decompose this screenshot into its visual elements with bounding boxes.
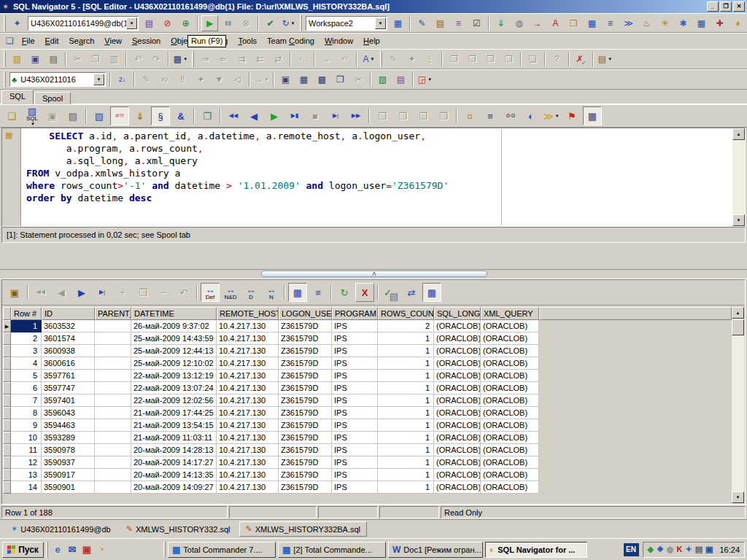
cell-datetime[interactable]: 22-май-2009 13:12:19 [131, 370, 217, 382]
cell-logon-user[interactable]: Z361579D [279, 444, 332, 456]
cell-parent-id[interactable] [95, 419, 131, 432]
uncomment-icon[interactable]: #? [336, 51, 353, 67]
cell-remote-host[interactable]: 10.4.217.130 [217, 320, 279, 332]
results-grid[interactable]: Row #IDPARENT_IDDATETIMEREMOTE_HOSTLOGON… [3, 307, 732, 503]
def-format-button[interactable]: ↔Def [201, 283, 220, 302]
cell-program[interactable]: IPS [332, 394, 378, 407]
nd-format-button[interactable]: ↔N&D [221, 283, 240, 302]
fast-execute-icon[interactable]: ≫▼ [542, 106, 561, 125]
column-header-rows-count[interactable]: ROWS_COUNT [378, 307, 434, 320]
close-button[interactable]: ✕ [733, 1, 745, 12]
navigator-icon[interactable]: ◐ [522, 106, 541, 125]
cell-logon-user[interactable]: Z361579D [279, 394, 332, 407]
update-agent-icon[interactable]: ◆ [648, 545, 654, 553]
cell-parent-id[interactable] [95, 332, 131, 345]
cell-sql-long[interactable]: (ORACLOB) [434, 370, 481, 382]
substitution-icon[interactable]: & [171, 106, 190, 125]
print-doc-icon[interactable]: ▤ [63, 106, 82, 125]
paste-icon[interactable]: ▥ [106, 51, 123, 67]
export-icon[interactable]: ⇓ [492, 15, 509, 31]
verify-icon[interactable]: ✗✓ [573, 51, 589, 67]
grid-scroll-up-icon[interactable]: ▲ [732, 307, 744, 319]
copy-icon[interactable]: ❐ [88, 51, 104, 67]
restore-button[interactable]: ❐ [720, 1, 732, 12]
cell-remote-host[interactable]: 10.4.217.130 [217, 382, 279, 394]
cell-xml-query[interactable]: (ORACLOB) [481, 382, 539, 394]
menu-item-view[interactable]: View [99, 34, 127, 48]
outdent-icon[interactable]: ⇐ [215, 51, 232, 67]
cell-xml-query[interactable]: (ORACLOB) [481, 345, 539, 357]
table-row[interactable]: 6359774722-май-2009 13:07:2410.4.217.130… [3, 382, 732, 394]
grid-view-icon[interactable]: ▦ [288, 283, 307, 302]
funnel-icon[interactable]: ▼ [211, 71, 228, 88]
cell-datetime[interactable]: 20-май-2009 14:28:13 [131, 444, 217, 456]
cell-remote-host[interactable]: 10.4.217.130 [217, 407, 279, 419]
network-places-icon[interactable]: ❖ [657, 545, 664, 553]
editor-pane-divider[interactable] [501, 129, 502, 225]
mail-icon[interactable]: ✉ [65, 542, 80, 557]
rdp-icon[interactable]: ▣ [705, 545, 713, 553]
extract-sql-icon[interactable]: § [151, 106, 170, 125]
cell-remote-host[interactable]: 10.4.217.130 [217, 332, 279, 345]
menu-item-session[interactable]: Session [127, 34, 166, 48]
cell-row-[interactable]: 5 [11, 370, 42, 382]
table-row[interactable]: 5359776122-май-2009 13:12:1910.4.217.130… [3, 370, 732, 382]
cell-parent-id[interactable] [95, 444, 131, 456]
indent-icon[interactable]: ⇒ [197, 51, 214, 67]
lan-status-icon[interactable]: ✦ [685, 545, 692, 553]
cell-logon-user[interactable]: Z361579D [279, 432, 332, 444]
cell-remote-host[interactable]: 10.4.217.130 [217, 370, 279, 382]
cell-sql-long[interactable]: (ORACLOB) [434, 357, 481, 370]
execute-step-icon[interactable]: ▶▮ [285, 106, 304, 125]
no-debug-icon[interactable]: ⊘ [159, 15, 176, 31]
cell-row-[interactable]: 10 [11, 432, 42, 444]
cell-id[interactable]: 3600616 [42, 357, 95, 370]
tab-sql[interactable]: SQL [1, 90, 34, 104]
cell-rows-count[interactable]: 1 [378, 481, 434, 494]
cell-id[interactable]: 3600938 [42, 345, 95, 357]
cell-row-[interactable]: 14 [11, 481, 42, 494]
cell-sql-long[interactable]: (ORACLOB) [434, 456, 481, 469]
view-form-icon[interactable]: ▣ [277, 71, 294, 88]
taskbar-button-sql-navigator-for-[interactable]: ◐SQL Navigator for ... [485, 542, 587, 558]
table-row[interactable]: 14359090120-май-2009 14:09:2710.4.217.13… [3, 481, 732, 494]
cell-logon-user[interactable]: Z361579D [279, 345, 332, 357]
script-icon[interactable]: ≡ [450, 15, 467, 31]
cell-datetime[interactable]: 26-май-2009 9:37:02 [131, 320, 217, 332]
prev-row-icon[interactable]: ◀ [52, 283, 71, 302]
table-row[interactable]: 3360093825-май-2009 12:44:1310.4.217.130… [3, 345, 732, 357]
cell-logon-user[interactable]: Z361579D [279, 419, 332, 432]
cell-parent-id[interactable] [95, 469, 131, 481]
column-header-xml-query[interactable]: XML_QUERY [481, 307, 539, 320]
cell-logon-user[interactable]: Z361579D [279, 320, 332, 332]
cell-logon-user[interactable]: Z361579D [279, 407, 332, 419]
cell-program[interactable]: IPS [332, 444, 378, 456]
table-row[interactable]: 4360061625-май-2009 12:10:0210.4.217.130… [3, 357, 732, 370]
cell-xml-query[interactable]: (ORACLOB) [481, 357, 539, 370]
knowledge-base-icon[interactable]: ▤▼ [597, 51, 614, 67]
outline-list-icon[interactable]: ≡ [602, 15, 619, 31]
bookmark-flag-icon[interactable]: ⚑ [562, 106, 581, 125]
d-format-button[interactable]: ↔D [241, 283, 260, 302]
workspace-manager-icon[interactable]: ▦ [390, 15, 406, 31]
cell-row-[interactable]: 1 [11, 320, 42, 332]
table-row[interactable]: 7359740122-май-2009 12:02:5610.4.217.130… [3, 394, 732, 407]
column-header-row-[interactable]: Row # [11, 307, 42, 320]
cell-remote-host[interactable]: 10.4.217.130 [217, 419, 279, 432]
document-tab-xmlws-history332-sql[interactable]: ✎XMLWS_HISTORY332.sql [120, 521, 237, 537]
cell-sql-long[interactable]: (ORACLOB) [434, 432, 481, 444]
cell-parent-id[interactable] [95, 432, 131, 444]
run-icon[interactable]: ▶ [201, 15, 218, 31]
cell-program[interactable]: IPS [332, 357, 378, 370]
pause-icon[interactable]: ▮▮ [220, 15, 236, 31]
remote-icon[interactable]: ◍ [511, 15, 527, 31]
cell-parent-id[interactable] [95, 481, 131, 494]
cell-rows-count[interactable]: 1 [378, 394, 434, 407]
cell-parent-id[interactable] [95, 370, 131, 382]
link-icon[interactable]: ▦ [584, 15, 600, 31]
outdent-block-icon[interactable]: ⇇ [252, 51, 268, 67]
table-row[interactable]: 8359604321-май-2009 17:44:2510.4.217.130… [3, 407, 732, 419]
cell-row-[interactable]: 4 [11, 357, 42, 370]
alert-icon[interactable]: ‼ [174, 71, 191, 88]
cell-rows-count[interactable]: 1 [378, 382, 434, 394]
